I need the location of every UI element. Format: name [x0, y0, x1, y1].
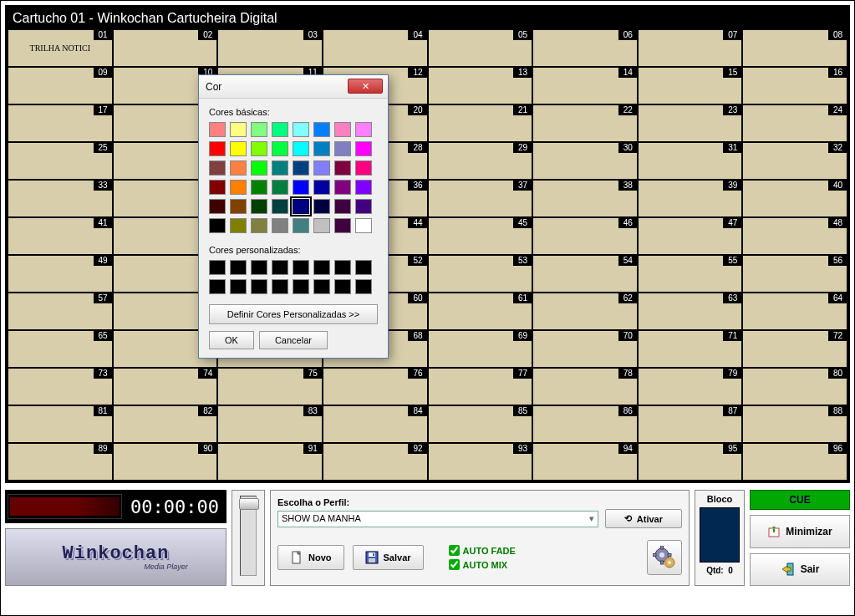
- cartridge-cell-45[interactable]: 45: [428, 217, 533, 255]
- cartridge-cell-64[interactable]: 64: [742, 293, 847, 330]
- dialog-close-button[interactable]: ✕: [348, 79, 383, 94]
- color-swatch[interactable]: [209, 180, 226, 195]
- cartridge-cell-04[interactable]: 04: [323, 29, 428, 67]
- color-swatch[interactable]: [313, 218, 330, 233]
- color-swatch[interactable]: [251, 199, 267, 214]
- cartridge-cell-02[interactable]: 02: [113, 29, 218, 67]
- cartridge-cell-93[interactable]: 93: [428, 443, 533, 481]
- cartridge-cell-21[interactable]: 21: [428, 104, 533, 142]
- cartridge-cell-06[interactable]: 06: [532, 29, 638, 67]
- color-swatch[interactable]: [251, 218, 267, 233]
- cartridge-cell-74[interactable]: 74: [113, 368, 218, 405]
- cartridge-cell-86[interactable]: 86: [532, 405, 638, 443]
- color-swatch[interactable]: [355, 199, 372, 214]
- profile-select[interactable]: SHOW DA MANHA: [277, 511, 598, 527]
- cartridge-cell-56[interactable]: 56: [742, 255, 847, 293]
- cartridge-cell-76[interactable]: 76: [323, 368, 428, 405]
- cartridge-cell-94[interactable]: 94: [532, 443, 638, 481]
- color-swatch[interactable]: [230, 122, 247, 137]
- custom-color-swatch[interactable]: [355, 279, 372, 294]
- cartridge-cell-07[interactable]: 07: [638, 29, 743, 67]
- cartridge-cell-75[interactable]: 75: [217, 368, 323, 405]
- cartridge-cell-08[interactable]: 08: [742, 29, 847, 67]
- cue-button[interactable]: CUE: [750, 490, 850, 510]
- custom-color-swatch[interactable]: [313, 279, 330, 294]
- cartridge-cell-32[interactable]: 32: [742, 142, 847, 180]
- cartridge-cell-71[interactable]: 71: [638, 330, 743, 368]
- color-swatch[interactable]: [313, 180, 330, 195]
- color-swatch[interactable]: [251, 160, 267, 176]
- cartridge-cell-80[interactable]: 80: [742, 368, 847, 405]
- cartridge-cell-46[interactable]: 46: [532, 217, 638, 255]
- custom-color-swatch[interactable]: [230, 260, 247, 275]
- cartridge-cell-61[interactable]: 61: [428, 293, 533, 330]
- color-swatch[interactable]: [293, 160, 309, 176]
- cartridge-cell-95[interactable]: 95: [638, 443, 743, 481]
- cartridge-cell-55[interactable]: 55: [638, 255, 743, 293]
- cartridge-cell-73[interactable]: 73: [8, 368, 113, 405]
- cartridge-cell-24[interactable]: 24: [742, 104, 847, 142]
- cartridge-cell-23[interactable]: 23: [638, 104, 743, 142]
- color-swatch[interactable]: [230, 180, 247, 195]
- fader-knob[interactable]: [239, 498, 259, 510]
- color-swatch[interactable]: [355, 180, 372, 195]
- auto-fade-checkbox[interactable]: [449, 545, 460, 556]
- cartridge-cell-37[interactable]: 37: [428, 180, 533, 217]
- custom-color-swatch[interactable]: [334, 279, 351, 294]
- cartridge-cell-92[interactable]: 92: [323, 443, 428, 481]
- auto-mix-check[interactable]: AUTO MIX: [449, 559, 516, 570]
- color-swatch[interactable]: [230, 218, 247, 233]
- custom-color-swatch[interactable]: [272, 279, 288, 294]
- custom-color-swatch[interactable]: [230, 279, 247, 294]
- color-swatch[interactable]: [355, 218, 372, 233]
- novo-button[interactable]: Novo: [277, 545, 344, 570]
- ativar-button[interactable]: ⟲ Ativar: [605, 509, 682, 528]
- color-swatch[interactable]: [272, 218, 288, 233]
- cartridge-cell-84[interactable]: 84: [323, 405, 428, 443]
- cartridge-cell-29[interactable]: 29: [428, 142, 533, 180]
- define-custom-colors-button[interactable]: Definir Cores Personalizadas >>: [209, 304, 378, 324]
- color-swatch[interactable]: [272, 160, 288, 176]
- volume-fader[interactable]: [240, 496, 257, 576]
- color-swatch[interactable]: [251, 122, 267, 137]
- cartridge-cell-16[interactable]: 16: [742, 67, 847, 104]
- cartridge-cell-83[interactable]: 83: [217, 405, 323, 443]
- cartridge-cell-57[interactable]: 57: [8, 293, 113, 330]
- cartridge-cell-39[interactable]: 39: [638, 180, 743, 217]
- color-swatch[interactable]: [334, 141, 351, 156]
- cartridge-cell-41[interactable]: 41: [8, 217, 113, 255]
- cartridge-cell-89[interactable]: 89: [8, 443, 113, 481]
- cartridge-cell-33[interactable]: 33: [8, 180, 113, 217]
- cartridge-cell-87[interactable]: 87: [638, 405, 743, 443]
- color-swatch[interactable]: [293, 180, 309, 195]
- color-swatch[interactable]: [230, 199, 247, 214]
- cartridge-cell-05[interactable]: 05: [428, 29, 533, 67]
- color-swatch[interactable]: [293, 199, 309, 214]
- auto-fade-check[interactable]: AUTO FADE: [449, 545, 516, 556]
- cartridge-cell-31[interactable]: 31: [638, 142, 743, 180]
- cartridge-cell-69[interactable]: 69: [428, 330, 533, 368]
- custom-color-swatch[interactable]: [251, 260, 267, 275]
- cartridge-cell-38[interactable]: 38: [532, 180, 638, 217]
- cartridge-cell-48[interactable]: 48: [742, 217, 847, 255]
- minimizar-button[interactable]: Minimizar: [750, 515, 850, 548]
- custom-color-swatch[interactable]: [293, 279, 309, 294]
- cartridge-cell-82[interactable]: 82: [113, 405, 218, 443]
- cartridge-cell-47[interactable]: 47: [638, 217, 743, 255]
- color-swatch[interactable]: [355, 160, 372, 176]
- cancel-button[interactable]: Cancelar: [259, 331, 328, 349]
- custom-color-swatch[interactable]: [293, 260, 309, 275]
- cartridge-cell-09[interactable]: 09: [8, 67, 113, 104]
- custom-color-swatch[interactable]: [334, 260, 351, 275]
- color-swatch[interactable]: [272, 180, 288, 195]
- color-swatch[interactable]: [313, 141, 330, 156]
- color-swatch[interactable]: [272, 199, 288, 214]
- salvar-button[interactable]: Salvar: [353, 545, 424, 570]
- color-swatch[interactable]: [334, 122, 351, 137]
- cartridge-cell-65[interactable]: 65: [8, 330, 113, 368]
- color-swatch[interactable]: [272, 141, 288, 156]
- cartridge-cell-22[interactable]: 22: [532, 104, 638, 142]
- color-swatch[interactable]: [334, 218, 351, 233]
- color-swatch[interactable]: [293, 218, 309, 233]
- cartridge-cell-15[interactable]: 15: [638, 67, 743, 104]
